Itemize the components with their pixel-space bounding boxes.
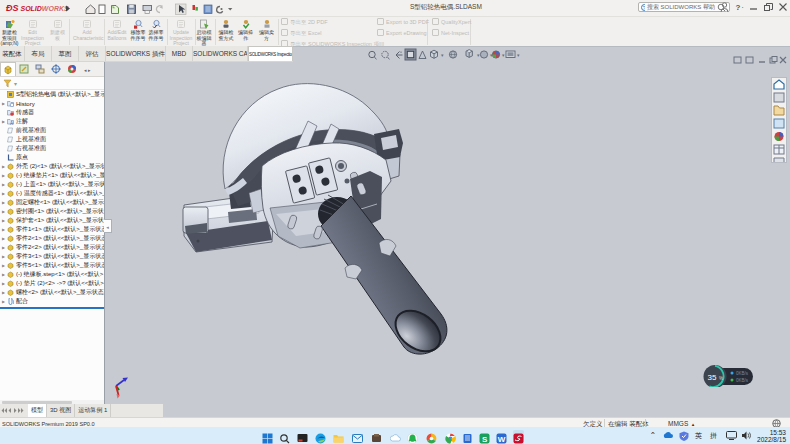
svg-text:%: % — [719, 376, 723, 381]
svg-text:0KB/s: 0KB/s — [736, 378, 749, 383]
svg-text:0KB/s: 0KB/s — [736, 371, 749, 376]
svg-text:35: 35 — [708, 373, 717, 382]
svg-text:W: W — [498, 435, 506, 444]
svg-text:A: A — [10, 121, 13, 126]
svg-text:?: ? — [643, 4, 645, 10]
svg-text:S: S — [482, 435, 488, 444]
